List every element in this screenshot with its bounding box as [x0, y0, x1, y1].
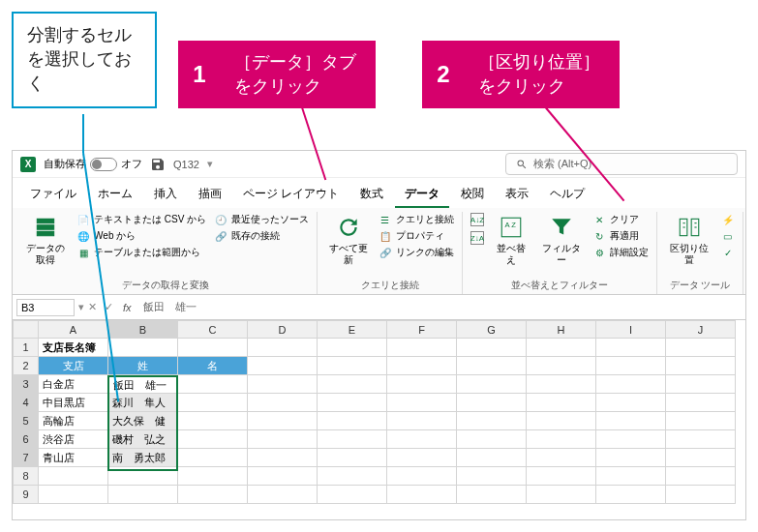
- cell[interactable]: [248, 412, 318, 430]
- cell[interactable]: [387, 375, 457, 394]
- cell[interactable]: [527, 449, 596, 467]
- cell[interactable]: [666, 486, 736, 504]
- sort-asc-button[interactable]: A↓Z: [469, 212, 486, 227]
- cell[interactable]: [108, 339, 178, 357]
- col-header[interactable]: E: [318, 321, 387, 339]
- cell[interactable]: [457, 430, 527, 449]
- cell[interactable]: [666, 394, 736, 412]
- cell[interactable]: [318, 339, 387, 357]
- col-header[interactable]: D: [248, 321, 318, 339]
- get-data-button[interactable]: データの取得: [20, 212, 71, 268]
- tab-data[interactable]: データ: [395, 182, 449, 208]
- cell[interactable]: [596, 375, 666, 394]
- sort-desc-button[interactable]: Z↓A: [469, 230, 486, 246]
- flash-fill-button[interactable]: ⚡: [719, 212, 737, 227]
- col-header[interactable]: B: [108, 321, 178, 339]
- row-header[interactable]: 5: [14, 412, 39, 430]
- cell[interactable]: [178, 339, 248, 357]
- cell[interactable]: [318, 375, 387, 394]
- cell[interactable]: [248, 394, 318, 412]
- cell[interactable]: [527, 412, 596, 430]
- cell[interactable]: [457, 412, 527, 430]
- cell[interactable]: 支店: [39, 357, 108, 375]
- cell[interactable]: [39, 486, 108, 504]
- cell[interactable]: [248, 467, 318, 486]
- cell[interactable]: [248, 339, 318, 357]
- cell[interactable]: [666, 375, 736, 394]
- cell[interactable]: [527, 467, 596, 486]
- remove-duplicates-button[interactable]: ▭: [719, 228, 737, 244]
- cell[interactable]: [666, 430, 736, 449]
- row-header[interactable]: 7: [14, 449, 39, 467]
- row-header[interactable]: 2: [14, 357, 39, 375]
- cell[interactable]: [457, 357, 527, 375]
- tab-home[interactable]: ホーム: [88, 182, 142, 208]
- cell[interactable]: 支店長名簿: [39, 339, 108, 357]
- cell[interactable]: [387, 339, 457, 357]
- cell[interactable]: [39, 467, 108, 486]
- cell[interactable]: 中目黒店: [39, 394, 108, 412]
- grid-area[interactable]: A B C D E F G H I J 1 支店長名簿 2 支店 姓 名 3 白…: [13, 320, 745, 519]
- cell[interactable]: [387, 486, 457, 504]
- edit-links-button[interactable]: 🔗リンクの編集: [377, 245, 456, 260]
- refresh-all-button[interactable]: すべて更新: [323, 212, 373, 268]
- cell[interactable]: 姓: [108, 357, 178, 375]
- cell[interactable]: [178, 430, 248, 449]
- cancel-formula-icon[interactable]: ✕: [84, 301, 101, 313]
- cell[interactable]: [108, 375, 178, 394]
- col-header[interactable]: F: [387, 321, 457, 339]
- cell[interactable]: [318, 449, 387, 467]
- cell[interactable]: [666, 449, 736, 467]
- cell[interactable]: [596, 394, 666, 412]
- cell[interactable]: 高輪店: [39, 412, 108, 430]
- cell[interactable]: [318, 412, 387, 430]
- row-header[interactable]: 8: [14, 467, 39, 486]
- reapply-button[interactable]: ↻再適用: [591, 228, 651, 244]
- cell[interactable]: [318, 430, 387, 449]
- cell[interactable]: [248, 357, 318, 375]
- cell[interactable]: [248, 449, 318, 467]
- save-icon[interactable]: [150, 157, 166, 172]
- col-header[interactable]: H: [527, 321, 596, 339]
- col-header[interactable]: A: [39, 321, 108, 339]
- cell[interactable]: [178, 449, 248, 467]
- cell[interactable]: 大久保 健: [108, 412, 178, 430]
- filter-button[interactable]: フィルター: [536, 212, 587, 268]
- cell[interactable]: [108, 486, 178, 504]
- cell[interactable]: [527, 357, 596, 375]
- search-input[interactable]: 検索 (Alt+Q): [505, 153, 738, 175]
- cell[interactable]: [666, 339, 736, 357]
- select-all-corner[interactable]: [14, 321, 39, 339]
- cell[interactable]: [596, 339, 666, 357]
- formula-input[interactable]: 飯田 雄一: [137, 298, 745, 316]
- cell[interactable]: [178, 467, 248, 486]
- cell[interactable]: [318, 486, 387, 504]
- cell[interactable]: [387, 394, 457, 412]
- fx-icon[interactable]: fx: [117, 302, 137, 313]
- data-validation-button[interactable]: ✓: [719, 245, 737, 260]
- cell[interactable]: [527, 430, 596, 449]
- cell[interactable]: 青山店: [39, 449, 108, 467]
- cell[interactable]: [666, 357, 736, 375]
- properties-button[interactable]: 📋プロパティ: [377, 228, 456, 244]
- cell[interactable]: [666, 467, 736, 486]
- autosave-toggle[interactable]: 自動保存 オフ: [44, 157, 142, 171]
- cell[interactable]: [457, 467, 527, 486]
- cell[interactable]: [387, 449, 457, 467]
- tab-review[interactable]: 校閲: [451, 182, 494, 208]
- tab-formulas[interactable]: 数式: [350, 182, 393, 208]
- row-header[interactable]: 1: [14, 339, 39, 357]
- cell[interactable]: [457, 486, 527, 504]
- cell[interactable]: [387, 430, 457, 449]
- cell[interactable]: [248, 430, 318, 449]
- cell[interactable]: 名: [178, 357, 248, 375]
- existing-connections-button[interactable]: 🔗既存の接続: [212, 228, 311, 244]
- advanced-filter-button[interactable]: ⚙詳細設定: [591, 245, 651, 260]
- text-to-columns-button[interactable]: 区切り位置: [663, 212, 715, 268]
- cell[interactable]: [318, 467, 387, 486]
- toggle-icon[interactable]: [90, 158, 117, 171]
- cell[interactable]: [457, 375, 527, 394]
- sort-button[interactable]: A Z 並べ替え: [490, 212, 532, 268]
- from-csv-button[interactable]: 📄テキストまたは CSV から: [75, 212, 208, 227]
- cell[interactable]: [457, 449, 527, 467]
